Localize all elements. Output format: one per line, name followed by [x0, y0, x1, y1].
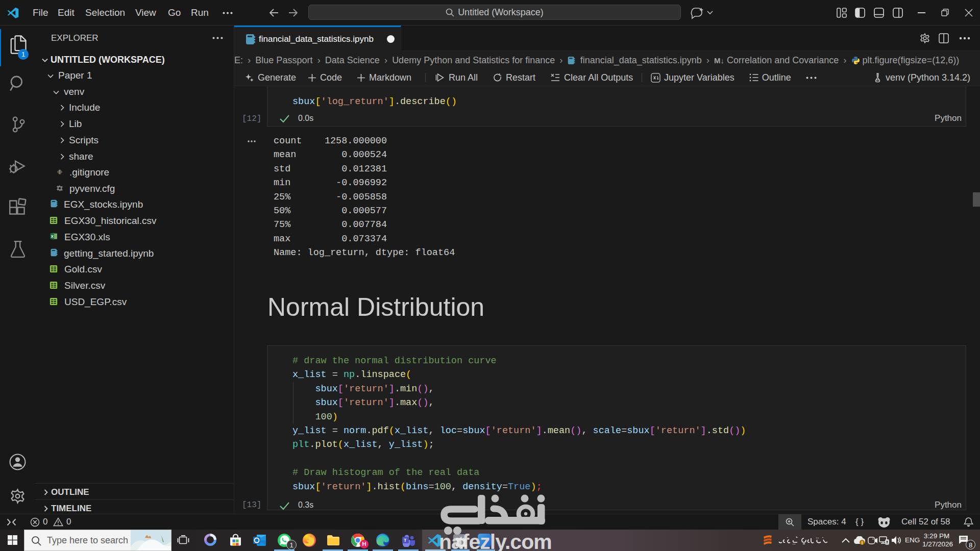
svg-text:!: !: [861, 540, 863, 545]
svg-text:T: T: [404, 538, 407, 543]
svg-text:X: X: [51, 234, 54, 239]
